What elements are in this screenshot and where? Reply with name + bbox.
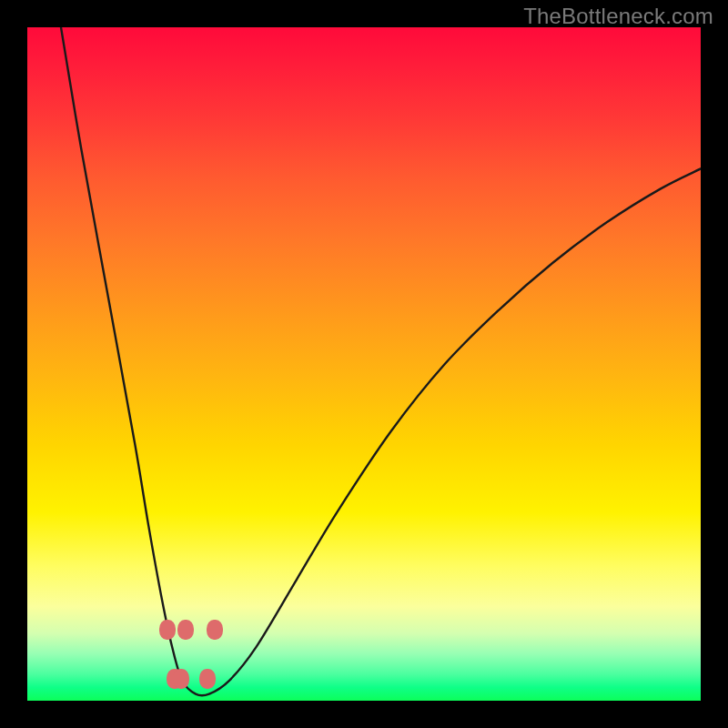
attribution-label: TheBottleneck.com — [523, 4, 713, 29]
plot-area — [27, 27, 701, 701]
curve-layer — [27, 27, 701, 701]
highlight-marker — [199, 669, 216, 689]
chart-frame: TheBottleneck.com — [0, 0, 728, 728]
highlight-marker — [173, 669, 189, 689]
bottleneck-curve — [61, 27, 701, 695]
highlight-marker — [159, 620, 176, 640]
highlight-marker — [177, 620, 194, 640]
highlight-marker — [207, 620, 223, 640]
